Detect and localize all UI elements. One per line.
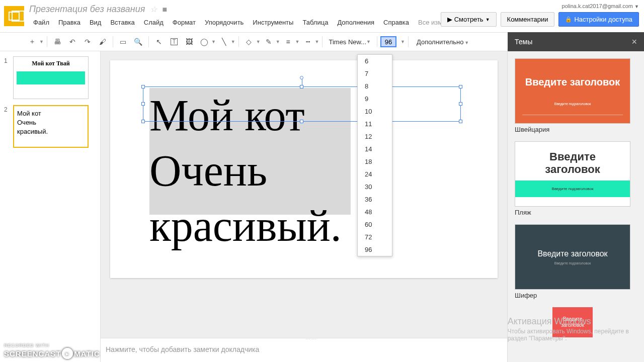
textbox-selection[interactable] [143, 86, 461, 122]
resize-handle[interactable] [459, 85, 462, 88]
theme-name: Швейцария [515, 124, 637, 135]
resize-handle[interactable] [141, 120, 145, 123]
chevron-down-icon[interactable]: ▼ [295, 39, 300, 44]
menu-edit[interactable]: Правка [54, 17, 85, 28]
chevron-down-icon[interactable]: ▼ [231, 39, 235, 44]
folder-icon[interactable]: ■ [162, 5, 167, 14]
zoom-fit-button[interactable]: ▭ [116, 35, 130, 49]
font-size-option[interactable]: 9 [358, 93, 392, 105]
close-icon[interactable]: × [631, 37, 637, 47]
slide[interactable]: Мой кот Очень красивый. [110, 60, 498, 278]
font-size-dropdown-icon[interactable]: ▼ [400, 39, 405, 44]
slide-thumbnail-1[interactable]: Мой кот Твай [13, 56, 89, 99]
border-weight-button[interactable]: ≡ [281, 35, 295, 49]
font-family-select[interactable]: Times New... ▼ [326, 38, 374, 46]
print-button[interactable]: 🖶 [50, 35, 64, 49]
font-size-input[interactable] [380, 36, 396, 47]
menu-slide[interactable]: Слайд [140, 17, 168, 28]
document-title[interactable]: Презентация без названия [29, 4, 145, 15]
resize-handle[interactable] [141, 102, 145, 106]
font-size-option[interactable]: 10 [358, 105, 392, 118]
chevron-down-icon[interactable]: ▼ [256, 39, 261, 44]
font-size-option[interactable]: 11 [358, 118, 392, 130]
windows-activation-overlay: Активация Windows Чтобы активировать Win… [508, 316, 629, 342]
font-size-option[interactable]: 14 [358, 143, 392, 155]
theme-slate[interactable]: Введите заголовок Введите подзаголовок [515, 224, 630, 290]
rotate-handle[interactable] [300, 76, 303, 79]
thumb-number: 1 [4, 56, 10, 64]
font-size-option[interactable]: 12 [358, 130, 392, 143]
font-size-option[interactable]: 36 [358, 193, 392, 206]
menu-addons[interactable]: Дополнения [333, 17, 378, 28]
drag-handle-icon[interactable]: ⋯⋯ [304, 336, 319, 338]
font-size-option[interactable]: 48 [358, 206, 392, 218]
slide-thumbnail-2[interactable]: Мой кот Очень красивый. [13, 105, 89, 148]
new-slide-button[interactable]: ＋ [25, 35, 39, 49]
font-size-option[interactable]: 72 [358, 231, 392, 243]
menu-tools[interactable]: Инструменты [249, 17, 297, 28]
menu-table[interactable]: Таблица [298, 17, 332, 28]
paint-format-button[interactable]: 🖌 [96, 35, 110, 49]
slide-canvas[interactable]: Мой кот Очень красивый. [101, 51, 507, 362]
resize-handle[interactable] [300, 120, 303, 123]
menu-help[interactable]: Справка [379, 17, 413, 28]
font-size-option[interactable]: 24 [358, 168, 392, 180]
theme-name: Шифер [515, 290, 637, 301]
shape-tool[interactable]: ◯ [197, 35, 211, 49]
textbox-tool[interactable]: 🅃 [167, 35, 181, 49]
zoom-button[interactable]: 🔍 [131, 35, 145, 49]
border-color-button[interactable]: ✎ [262, 35, 276, 49]
font-size-option[interactable]: 60 [358, 218, 392, 231]
chevron-down-icon[interactable]: ▼ [211, 39, 216, 44]
chevron-down-icon[interactable]: ▼ [315, 39, 319, 44]
menu-view[interactable]: Вид [86, 17, 106, 28]
theme-swiss[interactable]: Введите заголовок Введите подзаголовок [515, 58, 630, 124]
chevron-down-icon[interactable]: ▼ [39, 39, 44, 44]
line-tool[interactable]: ╲ [217, 35, 231, 49]
recorder-watermark: RECORDED WITH SCREENCAST ▸ MATIC [4, 343, 100, 359]
title-bar: Презентация без названия ☆ ■ Файл Правка… [0, 0, 644, 32]
resize-handle[interactable] [459, 102, 462, 106]
slide-thumbnails: 1 Мой кот Твай 2 Мой кот Очень красивый. [0, 51, 101, 362]
theme-beach[interactable]: Введите заголовок Введите подзаголовок [515, 141, 630, 207]
speaker-notes[interactable]: ⋯⋯ Нажмите, чтобы добавить заметки докла… [101, 338, 507, 362]
user-email[interactable]: polina.k.cat2017@gmail.com ▼ [441, 3, 639, 9]
font-size-option[interactable]: 96 [358, 243, 392, 256]
image-tool[interactable]: 🖼 [182, 35, 196, 49]
share-button[interactable]: 🔒 Настройки доступа [558, 12, 639, 27]
font-size-option[interactable]: 18 [358, 155, 392, 168]
chevron-down-icon[interactable]: ▼ [276, 39, 280, 44]
font-size-option[interactable]: 30 [358, 180, 392, 193]
menu-arrange[interactable]: Упорядочить [201, 17, 248, 28]
undo-button[interactable]: ↶ [65, 35, 79, 49]
font-size-option[interactable]: 8 [358, 80, 392, 93]
menu-format[interactable]: Формат [169, 17, 200, 28]
menu-insert[interactable]: Вставка [106, 17, 138, 28]
resize-handle[interactable] [141, 85, 145, 88]
themes-panel: Темы × Введите заголовок Введите подзаго… [507, 51, 644, 362]
border-dash-button[interactable]: ┅ [301, 35, 315, 49]
font-size-option[interactable]: 7 [358, 67, 392, 80]
thumb-number: 2 [4, 105, 10, 113]
comments-button[interactable]: Комментарии [501, 12, 555, 27]
star-icon[interactable]: ☆ [150, 5, 157, 14]
redo-button[interactable]: ↷ [80, 35, 95, 49]
themes-title: Темы [515, 38, 532, 46]
select-tool[interactable]: ↖ [152, 35, 166, 49]
app-logo[interactable] [4, 6, 24, 26]
resize-handle[interactable] [300, 85, 303, 88]
fill-color-button[interactable]: ◇ [242, 35, 256, 49]
font-size-dropdown: 6 7 8 9 10 11 12 14 18 24 30 36 48 60 72… [357, 54, 392, 256]
theme-name: Пляж [515, 207, 637, 218]
resize-handle[interactable] [459, 120, 462, 123]
font-size-option[interactable]: 6 [358, 55, 392, 67]
toolbar-more[interactable]: Дополнительно ▼ [412, 38, 474, 46]
menu-file[interactable]: Файл [29, 17, 53, 28]
present-button[interactable]: ▶ Смотреть ▼ [441, 12, 497, 27]
